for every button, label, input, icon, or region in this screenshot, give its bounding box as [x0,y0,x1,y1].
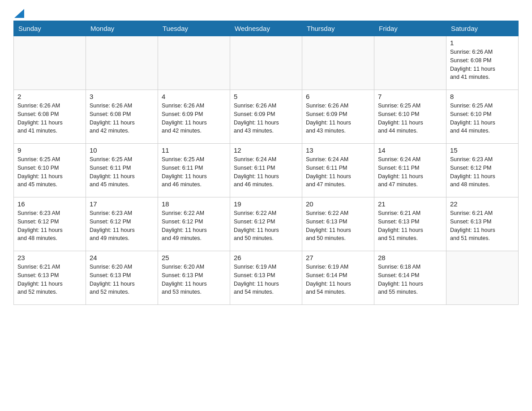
day-number: 25 [162,254,226,261]
day-info: Sunrise: 6:18 AMSunset: 6:14 PMDaylight:… [378,263,442,296]
day-info: Sunrise: 6:25 AMSunset: 6:10 PMDaylight:… [450,102,515,135]
calendar-week-row: 1Sunrise: 6:26 AMSunset: 6:08 PMDaylight… [14,36,519,90]
day-number: 9 [17,146,82,154]
calendar-cell: 5Sunrise: 6:26 AMSunset: 6:09 PMDaylight… [230,90,302,144]
day-number: 12 [234,146,298,154]
calendar-cell: 8Sunrise: 6:25 AMSunset: 6:10 PMDaylight… [446,90,519,144]
day-number: 21 [378,200,442,208]
day-number: 28 [378,254,442,261]
day-number: 13 [306,146,370,154]
day-number: 22 [450,200,515,208]
day-info: Sunrise: 6:25 AMSunset: 6:10 PMDaylight:… [378,102,442,135]
calendar-week-row: 2Sunrise: 6:26 AMSunset: 6:08 PMDaylight… [14,90,519,144]
calendar-cell: 3Sunrise: 6:26 AMSunset: 6:08 PMDaylight… [86,90,158,144]
day-number: 20 [306,200,370,208]
calendar-cell [302,36,374,90]
day-info: Sunrise: 6:26 AMSunset: 6:08 PMDaylight:… [450,48,515,81]
calendar-cell: 1Sunrise: 6:26 AMSunset: 6:08 PMDaylight… [446,36,519,90]
day-info: Sunrise: 6:24 AMSunset: 6:11 PMDaylight:… [234,155,298,189]
day-info: Sunrise: 6:26 AMSunset: 6:08 PMDaylight:… [17,102,82,135]
day-info: Sunrise: 6:22 AMSunset: 6:12 PMDaylight:… [162,209,226,243]
logo [13,9,24,16]
day-number: 14 [378,146,442,154]
day-info: Sunrise: 6:26 AMSunset: 6:08 PMDaylight:… [90,102,154,135]
day-info: Sunrise: 6:20 AMSunset: 6:13 PMDaylight:… [90,263,154,296]
calendar-cell: 2Sunrise: 6:26 AMSunset: 6:08 PMDaylight… [14,90,86,144]
day-info: Sunrise: 6:25 AMSunset: 6:11 PMDaylight:… [90,155,154,189]
calendar-cell: 11Sunrise: 6:25 AMSunset: 6:11 PMDayligh… [158,144,230,197]
day-header-monday: Monday [86,21,158,36]
day-info: Sunrise: 6:25 AMSunset: 6:11 PMDaylight:… [162,155,226,189]
day-number: 4 [162,93,226,100]
calendar-cell: 9Sunrise: 6:25 AMSunset: 6:10 PMDaylight… [14,144,86,197]
calendar-header-row: SundayMondayTuesdayWednesdayThursdayFrid… [14,21,519,36]
calendar-week-row: 23Sunrise: 6:21 AMSunset: 6:13 PMDayligh… [14,251,519,305]
day-info: Sunrise: 6:23 AMSunset: 6:12 PMDaylight:… [450,155,515,189]
calendar-cell: 28Sunrise: 6:18 AMSunset: 6:14 PMDayligh… [374,251,446,305]
calendar-cell: 14Sunrise: 6:24 AMSunset: 6:11 PMDayligh… [374,144,446,197]
calendar-cell: 6Sunrise: 6:26 AMSunset: 6:09 PMDaylight… [302,90,374,144]
day-header-saturday: Saturday [446,21,519,36]
calendar-cell: 12Sunrise: 6:24 AMSunset: 6:11 PMDayligh… [230,144,302,197]
day-header-sunday: Sunday [14,21,86,36]
day-number: 8 [450,93,515,100]
calendar-cell: 4Sunrise: 6:26 AMSunset: 6:09 PMDaylight… [158,90,230,144]
calendar-cell: 7Sunrise: 6:25 AMSunset: 6:10 PMDaylight… [374,90,446,144]
day-number: 10 [90,146,154,154]
calendar-cell: 13Sunrise: 6:24 AMSunset: 6:11 PMDayligh… [302,144,374,197]
day-number: 3 [90,93,154,100]
day-info: Sunrise: 6:26 AMSunset: 6:09 PMDaylight:… [306,102,370,135]
day-number: 5 [234,93,298,100]
day-info: Sunrise: 6:26 AMSunset: 6:09 PMDaylight:… [234,102,298,135]
calendar-cell: 15Sunrise: 6:23 AMSunset: 6:12 PMDayligh… [446,144,519,197]
page-header [13,9,519,16]
logo-triangle-icon [14,9,24,18]
day-info: Sunrise: 6:21 AMSunset: 6:13 PMDaylight:… [378,209,442,243]
day-number: 2 [17,93,82,100]
day-info: Sunrise: 6:21 AMSunset: 6:13 PMDaylight:… [17,263,82,296]
day-info: Sunrise: 6:22 AMSunset: 6:13 PMDaylight:… [306,209,370,243]
calendar-cell: 25Sunrise: 6:20 AMSunset: 6:13 PMDayligh… [158,251,230,305]
calendar-week-row: 9Sunrise: 6:25 AMSunset: 6:10 PMDaylight… [14,144,519,197]
calendar-cell: 23Sunrise: 6:21 AMSunset: 6:13 PMDayligh… [14,251,86,305]
calendar-cell [446,251,519,305]
day-info: Sunrise: 6:20 AMSunset: 6:13 PMDaylight:… [162,263,226,296]
calendar-cell: 17Sunrise: 6:23 AMSunset: 6:12 PMDayligh… [86,197,158,251]
day-header-tuesday: Tuesday [158,21,230,36]
calendar-cell: 21Sunrise: 6:21 AMSunset: 6:13 PMDayligh… [374,197,446,251]
day-info: Sunrise: 6:22 AMSunset: 6:12 PMDaylight:… [234,209,298,243]
day-header-wednesday: Wednesday [230,21,302,36]
day-info: Sunrise: 6:26 AMSunset: 6:09 PMDaylight:… [162,102,226,135]
day-number: 23 [17,254,82,261]
calendar-cell: 26Sunrise: 6:19 AMSunset: 6:13 PMDayligh… [230,251,302,305]
day-info: Sunrise: 6:23 AMSunset: 6:12 PMDaylight:… [90,209,154,243]
day-info: Sunrise: 6:25 AMSunset: 6:10 PMDaylight:… [17,155,82,189]
day-number: 24 [90,254,154,261]
calendar-cell: 24Sunrise: 6:20 AMSunset: 6:13 PMDayligh… [86,251,158,305]
svg-marker-0 [14,9,24,18]
day-number: 15 [450,146,515,154]
calendar-cell: 10Sunrise: 6:25 AMSunset: 6:11 PMDayligh… [86,144,158,197]
day-info: Sunrise: 6:23 AMSunset: 6:12 PMDaylight:… [17,209,82,243]
calendar-cell: 16Sunrise: 6:23 AMSunset: 6:12 PMDayligh… [14,197,86,251]
day-info: Sunrise: 6:21 AMSunset: 6:13 PMDaylight:… [450,209,515,243]
day-header-friday: Friday [374,21,446,36]
day-number: 18 [162,200,226,208]
day-info: Sunrise: 6:24 AMSunset: 6:11 PMDaylight:… [306,155,370,189]
calendar-cell [374,36,446,90]
day-number: 11 [162,146,226,154]
day-header-thursday: Thursday [302,21,374,36]
calendar-cell [230,36,302,90]
day-number: 19 [234,200,298,208]
day-number: 27 [306,254,370,261]
calendar-cell: 20Sunrise: 6:22 AMSunset: 6:13 PMDayligh… [302,197,374,251]
day-number: 17 [90,200,154,208]
calendar-week-row: 16Sunrise: 6:23 AMSunset: 6:12 PMDayligh… [14,197,519,251]
day-number: 1 [450,39,515,47]
day-number: 6 [306,93,370,100]
calendar-cell [158,36,230,90]
calendar-cell [86,36,158,90]
day-number: 7 [378,93,442,100]
day-info: Sunrise: 6:24 AMSunset: 6:11 PMDaylight:… [378,155,442,189]
calendar-cell: 22Sunrise: 6:21 AMSunset: 6:13 PMDayligh… [446,197,519,251]
